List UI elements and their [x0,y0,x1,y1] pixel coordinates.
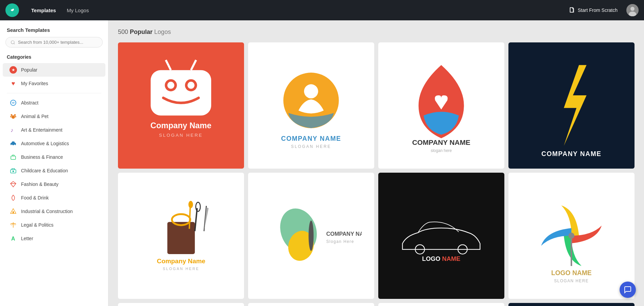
divider [7,93,101,93]
sidebar-item-food[interactable]: Food & Drink [3,191,105,205]
svg-rect-29 [151,70,212,116]
content-header: 500 Popular Logos [118,28,635,36]
logo-card-4[interactable]: COMPANY NAME [508,42,635,169]
sidebar-item-business[interactable]: Business & Finance [3,150,105,164]
logo-grid: Company Name SLOGAN HERE COMPANY NAME SL… [118,42,635,306]
search-section [0,37,108,54]
app-logo[interactable] [5,3,19,17]
chat-button[interactable] [620,282,636,298]
nav-my-logos[interactable]: My Logos [63,5,93,15]
svg-text:LOGO NAME: LOGO NAME [551,269,591,276]
content-suffix: Logos [154,28,171,35]
sidebar-item-favorites[interactable]: ♥ My Favorites [3,77,105,90]
svg-point-4 [630,7,635,11]
logo-card-12[interactable]: LOGO [508,303,635,306]
svg-rect-44 [167,222,195,254]
svg-text:SLOGAN HERE: SLOGAN HERE [291,144,331,149]
chat-icon [624,286,632,294]
svg-point-37 [304,84,318,99]
svg-text:♪: ♪ [11,127,13,133]
svg-point-12 [15,116,16,117]
sidebar-item-popular-label: Popular [21,67,37,73]
logo-card-9[interactable]: LOGO [118,303,244,306]
svg-point-6 [11,40,14,43]
svg-line-28 [191,60,196,70]
search-input[interactable] [18,40,98,45]
svg-point-16 [14,145,15,146]
education-icon [9,167,17,174]
svg-line-50 [189,206,190,229]
svg-point-15 [11,145,13,146]
sidebar: Search Templates Categories ★ Popular ♥ … [0,20,108,306]
sidebar-item-childcare[interactable]: Childcare & Education [3,164,105,177]
svg-point-9 [11,114,13,116]
start-from-scratch-button[interactable]: Start From Scratch [566,5,621,15]
svg-marker-20 [11,181,16,187]
user-avatar[interactable] [626,4,639,16]
sidebar-item-abstract[interactable]: Abstract [3,96,105,110]
sidebar-item-letter[interactable]: A Letter [3,232,105,245]
svg-text:A: A [11,236,15,242]
logo-card-10[interactable]: BRAND [248,303,374,306]
svg-line-46 [195,208,197,231]
svg-text:Slogan Here: Slogan Here [326,239,354,244]
svg-rect-19 [13,171,14,172]
logo-card-1[interactable]: Company Name SLOGAN HERE [118,42,244,169]
main-content: 500 Popular Logos [108,20,644,306]
sidebar-item-industrial[interactable]: Industrial & Construction [3,205,105,218]
svg-text:SLOGAN HERE: SLOGAN HERE [554,279,589,283]
sidebar-item-fashion[interactable]: Fashion & Beauty [3,177,105,191]
top-navigation: Templates My Logos Start From Scratch [0,0,644,20]
svg-point-62 [568,233,575,239]
svg-line-27 [166,60,171,70]
nav-templates[interactable]: Templates [27,5,60,15]
category-highlight: Popular [130,28,153,35]
svg-marker-42 [564,65,587,146]
heart-icon: ♥ [9,80,17,87]
logo-card-2[interactable]: COMPANY NAME SLOGAN HERE [248,42,374,169]
svg-text:COMPANY NAME: COMPANY NAME [541,150,601,156]
svg-text:COMPANY NAME: COMPANY NAME [412,138,470,146]
food-icon [9,194,17,202]
svg-text:SLOGAN HERE: SLOGAN HERE [163,267,199,271]
logo-card-6[interactable]: COMPANY NAME Slogan Here [248,173,374,299]
svg-point-47 [196,202,200,211]
sidebar-item-art[interactable]: ♪ Art & Entertainment [3,123,105,137]
popular-icon: ★ [9,66,17,74]
scales-icon [9,221,17,229]
svg-text:COMPANY NAME: COMPANY NAME [326,231,362,237]
sidebar-item-popular[interactable]: ★ Popular [3,63,105,77]
logo-card-3[interactable]: COMPANY NAME slogan here [378,42,504,169]
paw-icon [9,113,17,120]
svg-point-56 [309,221,314,251]
logo-card-8[interactable]: LOGO NAME SLOGAN HERE [508,173,635,299]
svg-point-51 [188,201,193,208]
logo-card-5[interactable]: Company Name SLOGAN HERE [118,173,244,299]
logo-card-7[interactable]: LOGO NAME [378,173,504,299]
logo-card-11[interactable]: NAME [378,303,504,306]
svg-text:LOGO NAME: LOGO NAME [422,255,461,262]
sidebar-item-legal[interactable]: Legal & Politics [3,218,105,232]
svg-point-8 [12,115,15,119]
sidebar-item-automotive[interactable]: Automotive & Logistics [3,137,105,150]
svg-point-11 [10,116,12,117]
svg-text:slogan here: slogan here [431,148,452,153]
svg-point-33 [187,82,195,89]
svg-text:SLOGAN HERE: SLOGAN HERE [159,133,203,138]
search-input-wrap[interactable] [5,37,103,47]
search-section-title: Search Templates [0,27,108,37]
briefcase-icon [9,153,17,161]
categories-title: Categories [0,54,108,63]
svg-text:Company Name: Company Name [157,257,205,265]
result-count: 500 [118,28,128,35]
construction-icon [9,208,17,215]
svg-point-32 [167,82,175,89]
abstract-icon [9,99,17,107]
music-icon: ♪ [9,126,17,134]
nav-links: Templates My Logos [27,5,93,15]
diamond-icon [9,180,17,188]
sidebar-item-animal[interactable]: Animal & Pet [3,110,105,123]
nav-right: Start From Scratch [566,4,639,16]
svg-text:Company Name: Company Name [150,121,212,130]
svg-point-1 [13,9,14,11]
